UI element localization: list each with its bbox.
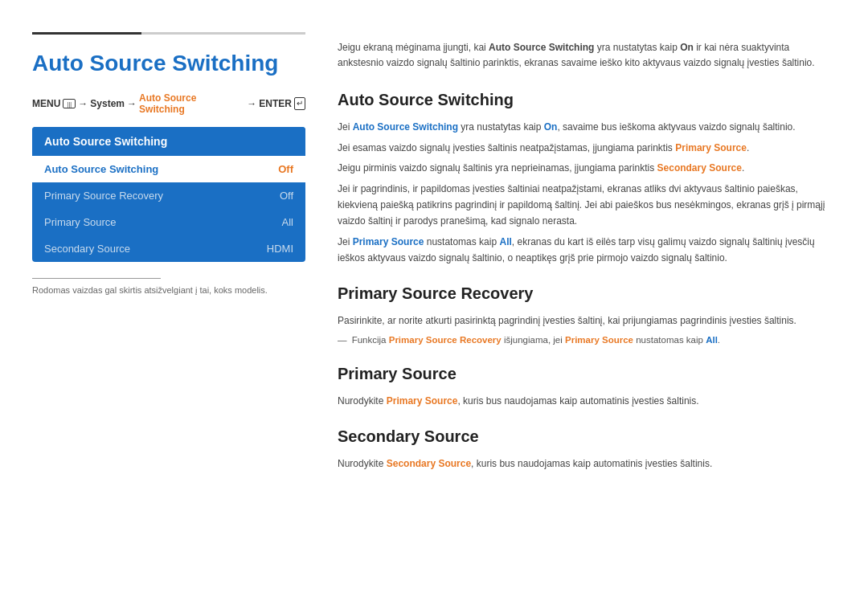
left-column: Auto Source Switching MENU ||| → System …: [32, 32, 305, 581]
section-title-ps: Primary Source: [338, 365, 828, 383]
section-title-auto: Auto Source Switching: [338, 91, 828, 109]
menu-label: MENU: [32, 98, 60, 109]
arrow3: →: [247, 98, 256, 109]
menu-item-auto-source-switching[interactable]: Auto Source SwitchingOff: [32, 156, 305, 182]
menu-box: Auto Source Switching Auto Source Switch…: [32, 127, 305, 262]
section-para-3: Jeigu pirminis vaizdo signalų šaltinis y…: [338, 160, 828, 176]
section-ss-para: Nurodykite Secondary Source, kuris bus n…: [338, 456, 828, 472]
section-secondary-source: Secondary Source Nurodykite Secondary So…: [338, 427, 828, 472]
menu-path: MENU ||| → System → Auto Source Switchin…: [32, 92, 305, 115]
menu-item-value: HDMI: [267, 243, 293, 255]
section-para-2: Jei esamas vaizdo signalų įvesties šalti…: [338, 140, 828, 156]
enter-icon: ↵: [294, 97, 305, 110]
system-label: System: [90, 98, 125, 109]
menu-item-primary-source[interactable]: Primary SourceAll: [32, 209, 305, 235]
menu-item-label: Primary Source Recovery: [44, 190, 163, 202]
section-primary-source-recovery: Primary Source Recovery Pasirinkite, ar …: [338, 284, 828, 348]
menu-icon: |||: [63, 99, 76, 108]
section-auto-source-switching: Auto Source Switching Jei Auto Source Sw…: [338, 91, 828, 266]
auto-source-path: Auto Source Switching: [139, 92, 244, 115]
menu-item-secondary-source[interactable]: Secondary SourceHDMI: [32, 235, 305, 262]
section-ps-para: Nurodykite Primary Source, kuris bus nau…: [338, 393, 828, 409]
menu-item-value: Off: [278, 163, 293, 175]
right-column: Jeigu ekraną mėginama įjungti, kai Auto …: [338, 32, 828, 581]
top-line: [32, 32, 305, 35]
menu-item-label: Primary Source: [44, 216, 117, 228]
page-title: Auto Source Switching: [32, 51, 305, 76]
menu-items-container: Auto Source SwitchingOffPrimary Source R…: [32, 156, 305, 262]
menu-item-value: All: [282, 216, 293, 228]
menu-header: Auto Source Switching: [32, 127, 305, 156]
arrow2: →: [127, 98, 137, 109]
menu-item-value: Off: [280, 190, 293, 202]
intro-on: On: [680, 42, 694, 53]
psr-note: — Funkcija Primary Source Recovery išjun…: [338, 333, 828, 347]
section-primary-source: Primary Source Nurodykite Primary Source…: [338, 365, 828, 409]
section-title-ss: Secondary Source: [338, 427, 828, 446]
section-para-4: Jei ir pagrindinis, ir papildomas įvesti…: [338, 181, 828, 230]
section-para-1: Jei Auto Source Switching yra nustatytas…: [338, 119, 828, 135]
intro-text: Jeigu ekraną mėginama įjungti, kai Auto …: [338, 40, 828, 71]
divider: [32, 278, 161, 279]
intro-highlight-1: Auto Source Switching: [489, 42, 594, 53]
footnote: Rodomas vaizdas gal skirtis atsižvelgian…: [32, 285, 305, 295]
menu-item-label: Secondary Source: [44, 243, 130, 255]
section-para-5: Jei Primary Source nustatomas kaip All, …: [338, 234, 828, 267]
section-title-psr: Primary Source Recovery: [338, 284, 828, 303]
enter-label: ENTER: [259, 98, 292, 109]
menu-item-primary-source-recovery[interactable]: Primary Source RecoveryOff: [32, 182, 305, 209]
menu-item-label: Auto Source Switching: [44, 163, 158, 175]
arrow1: →: [78, 98, 88, 109]
section-psr-para: Pasirinkite, ar norite atkurti pasirinkt…: [338, 313, 828, 329]
